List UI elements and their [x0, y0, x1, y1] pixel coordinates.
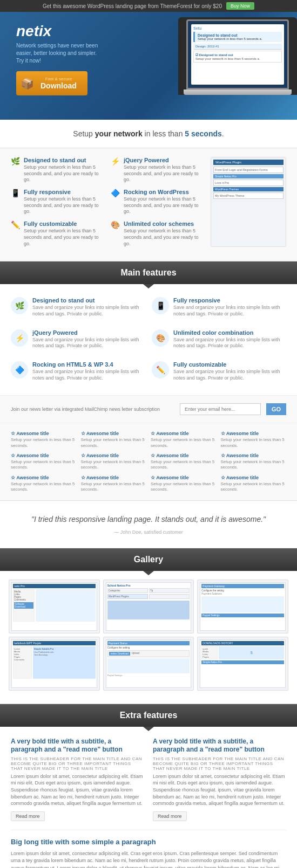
awesome-title: Awesome title — [221, 475, 287, 480]
download-label: Download — [40, 81, 77, 90]
awesome-title: Awesome title — [81, 453, 147, 458]
testimonial-author: — John Doe, satisfied customer — [16, 529, 281, 535]
testimonial-quote: "I tried this responsive landing page. I… — [16, 514, 281, 525]
extra-card2-readmore[interactable]: Read more — [153, 811, 187, 821]
mf-icon: ⚡ — [11, 329, 28, 347]
mf-title: Fully customizable — [173, 361, 286, 368]
extra-section: A very bold title with a subtitle, a par… — [0, 727, 297, 868]
awesome-item: Awesome title Setup your network in less… — [11, 453, 77, 471]
gallery-thumb-1[interactable]: netix Pro MediaLinksPagesComments Softwa… — [9, 580, 100, 633]
extra-card2-title: A very bold title with a subtitle, a par… — [153, 738, 286, 754]
extra-card-1: A very bold title with a subtitle, a par… — [11, 738, 144, 821]
hero-tagline: Network settings have never been easier,… — [16, 42, 103, 65]
awesome-desc: Setup your network in less than 5 second… — [151, 481, 217, 493]
mf-title: Designed to stand out — [32, 297, 145, 304]
main-feature-item: 🌿 Designed to stand out Save and organiz… — [11, 297, 145, 322]
main-feature-item: ✏️ Fully customizable Save and organize … — [152, 361, 286, 387]
awesome-desc: Setup your network in less than 5 second… — [81, 459, 147, 471]
awesome-item: Awesome title Setup your network in less… — [221, 431, 287, 449]
awesome-title: Awesome title — [151, 453, 217, 458]
screen-setup-label: Setu — [193, 26, 282, 30]
feature-desc: Setup your network in less than 5 second… — [24, 196, 105, 215]
newsletter-submit[interactable]: GO — [266, 403, 286, 415]
download-badge: Fast & secure — [40, 77, 77, 81]
extra-features-header: Extra features — [0, 704, 297, 727]
mf-title: Rocking on HTML5 & WP 3.4 — [32, 361, 145, 368]
awesome-items: Awesome title Setup your network in less… — [11, 431, 286, 492]
mf-title: jQuery Powered — [32, 329, 145, 336]
awesome-title: Awesome title — [221, 453, 287, 458]
gallery-header: Gallery — [0, 548, 297, 571]
feature-title: Fully responsive — [24, 189, 105, 195]
feature-icon: 📱 — [11, 189, 21, 197]
extra-card1-body: Lorem ipsum dolor sit amet, consectetur … — [11, 773, 144, 807]
main-features-header: Main features — [0, 261, 297, 284]
feature-item: ⚡ jQuery Powered Setup your network in l… — [111, 157, 205, 183]
mf-icon: 🔷 — [11, 361, 28, 378]
setup-headline: Setup your network in less than 5 second… — [0, 120, 297, 148]
main-features-section: 🌿 Designed to stand out Save and organiz… — [0, 284, 297, 395]
feature-icon: ⚡ — [111, 157, 120, 166]
gallery-section: Gallery netix Pro MediaLinksPagesComment… — [0, 548, 297, 704]
newsletter-input[interactable] — [180, 403, 261, 415]
main-features-title: Main features — [120, 268, 176, 277]
setup-middle: in less than — [143, 129, 185, 138]
newsletter-text: Join our news letter via integrated Mail… — [11, 407, 174, 412]
extra-card1-readmore[interactable]: Read more — [11, 811, 45, 821]
extra-card1-subtitle: THIS IS THE SUBHEADER FOR THE MAIN TITLE… — [11, 756, 144, 771]
awesome-title: Awesome title — [11, 475, 77, 480]
awesome-title: Awesome title — [81, 475, 147, 480]
mf-icon: 🎨 — [152, 329, 169, 347]
awesome-item: Awesome title Setup your network in less… — [11, 431, 77, 449]
main-feature-item: 📱 Fully responsive Save and organize you… — [152, 297, 286, 322]
awesome-item: Awesome title Setup your network in less… — [11, 475, 77, 493]
feature-icon: 🌿 — [11, 157, 21, 166]
mf-title: Fully responsive — [173, 297, 286, 304]
gallery-thumb-6[interactable]: DOWNLOADS HISTORY quoteMediaLinksPages $… — [197, 637, 288, 691]
awesome-desc: Setup your network in less than 5 second… — [81, 437, 147, 449]
gallery-thumb-2[interactable]: School Netixs Pro Categories Tp WordPres… — [103, 580, 194, 633]
feature-desc: Setup your network in less than 5 second… — [124, 228, 205, 247]
gallery-thumb-4[interactable]: hellofresh.WPT Purple LoremMediaLinksPag… — [9, 637, 100, 691]
mf-icon: 🌿 — [11, 297, 28, 314]
awesome-desc: Setup your network in less than 5 second… — [11, 437, 77, 449]
feature-item: ✏️ Fully customizable Setup your network… — [11, 221, 105, 247]
feature-icon: 🎨 — [111, 221, 120, 229]
mf-desc: Save and organize your links into simple… — [32, 337, 145, 349]
main-features-grid: 🌿 Designed to stand out Save and organiz… — [11, 297, 286, 387]
testimonial-section: "I tried this responsive landing page. I… — [0, 501, 297, 548]
download-button[interactable]: Fast & secure Download — [16, 71, 87, 95]
extra-card1-title: A very bold title with a subtitle, a par… — [11, 738, 144, 754]
gallery-thumb-5[interactable]: Payment Status Configure the setting net… — [103, 637, 194, 691]
awesome-desc: Setup your network in less than 5 second… — [11, 481, 77, 493]
awesome-desc: Setup your network in less than 5 second… — [151, 459, 217, 471]
mf-icon: ✏️ — [152, 361, 169, 378]
extra-cards: A very bold title with a subtitle, a par… — [11, 738, 286, 821]
features-grid: 🌿 Designed to stand out Setup your netwo… — [0, 148, 297, 261]
setup-bold: your network — [95, 129, 143, 138]
awesome-desc: Setup your network in less than 5 second… — [81, 481, 147, 493]
main-feature-item: 🎨 Unlimited color combination Save and o… — [152, 329, 286, 355]
gallery-thumb-3[interactable]: Payment Gateway Configure the setting Pa… — [197, 580, 288, 633]
features-list: 🌿 Designed to stand out Setup your netwo… — [11, 157, 205, 247]
awesome-desc: Setup your network in less than 5 second… — [221, 481, 287, 493]
setup-prefix: Setup — [73, 129, 94, 138]
screen-feature-1: Designed to stand out Setup your network… — [193, 32, 282, 42]
awesome-item: Awesome title Setup your network in less… — [81, 453, 147, 471]
awesome-item: Awesome title Setup your network in less… — [151, 453, 217, 471]
feature-desc: Setup your network in less than 5 second… — [124, 164, 205, 183]
awesome-title: Awesome title — [221, 431, 287, 436]
awesome-grid-section: Awesome title Setup your network in less… — [0, 423, 297, 500]
feature-item: 🎨 Unlimited color schemes Setup your net… — [111, 221, 205, 247]
awesome-desc: Setup your network in less than 5 second… — [221, 459, 287, 471]
logo: netix — [16, 23, 103, 40]
feature-item: 🔷 Rocking on WordPress Setup your networ… — [111, 189, 205, 215]
banner-text: Get this awesome WordPress landing page … — [43, 3, 222, 9]
mf-desc: Save and organize your links into simple… — [173, 337, 286, 349]
feature-title: jQuery Powered — [124, 157, 205, 163]
features-screenshot: WordPress Plugin Front End Login and Reg… — [211, 157, 286, 247]
extra-full-body1: Lorem ipsum dolor sit amet, consectetur … — [11, 850, 286, 868]
mf-desc: Save and organize your links into simple… — [173, 305, 286, 317]
main-feature-item: ⚡ jQuery Powered Save and organize your … — [11, 329, 145, 355]
buy-now-button[interactable]: Buy Now — [226, 2, 254, 10]
